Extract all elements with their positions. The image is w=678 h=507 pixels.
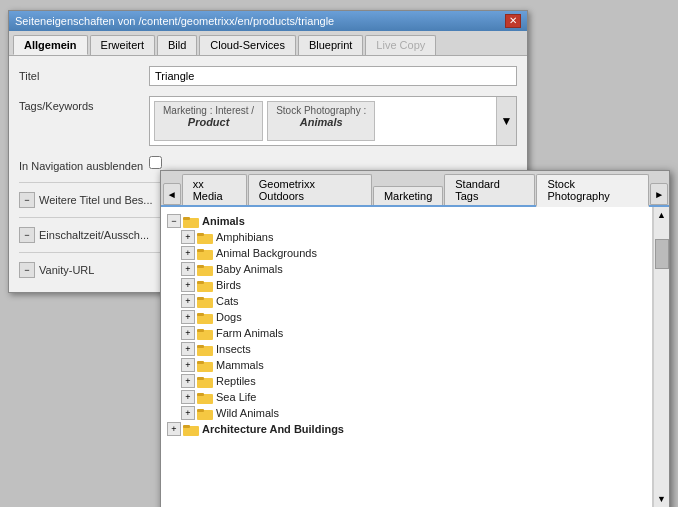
tree-label-animals: Animals <box>202 215 245 227</box>
tree-item-insects[interactable]: + Insects <box>165 341 648 357</box>
folder-icon-sea-life <box>197 391 213 404</box>
close-button[interactable]: ✕ <box>505 14 521 28</box>
svg-rect-19 <box>197 361 204 364</box>
tree-item-animal-backgrounds[interactable]: + Animal Backgrounds <box>165 245 648 261</box>
tab-live-copy: Live Copy <box>365 35 436 55</box>
tree-label-baby-animals: Baby Animals <box>216 263 283 275</box>
tree-item-animals[interactable]: − Animals <box>165 213 648 229</box>
picker-tab-stock-photography[interactable]: Stock Photography <box>536 174 649 207</box>
folder-icon-farm-animals <box>197 327 213 340</box>
tree-toggle-farm-animals[interactable]: + <box>181 326 195 340</box>
tab-bild[interactable]: Bild <box>157 35 197 55</box>
tree-item-amphibians[interactable]: + Amphibians <box>165 229 648 245</box>
svg-rect-17 <box>197 345 204 348</box>
tree-item-wild-animals[interactable]: + Wild Animals <box>165 405 648 421</box>
tree-item-baby-animals[interactable]: + Baby Animals <box>165 261 648 277</box>
tab-scroll-left[interactable]: ◄ <box>163 183 181 205</box>
tab-allgemein[interactable]: Allgemein <box>13 35 88 55</box>
title-input[interactable] <box>149 66 517 86</box>
picker-tab-marketing[interactable]: Marketing <box>373 186 443 205</box>
folder-icon-architecture <box>183 423 199 436</box>
tree-item-sea-life[interactable]: + Sea Life <box>165 389 648 405</box>
folder-icon-dogs <box>197 311 213 324</box>
svg-rect-21 <box>197 377 204 380</box>
tree-toggle-dogs[interactable]: + <box>181 310 195 324</box>
svg-rect-7 <box>197 265 204 268</box>
minus-icon: − <box>24 195 29 205</box>
tags-inner: Marketing : Interest / Product Stock Pho… <box>150 97 496 145</box>
picker-tab-geometrixx[interactable]: Geometrixx Outdoors <box>248 174 372 205</box>
minus-icon-3: − <box>24 265 29 275</box>
tags-container[interactable]: Marketing : Interest / Product Stock Pho… <box>149 96 517 146</box>
svg-rect-1 <box>183 217 190 220</box>
tree-item-birds[interactable]: + Birds <box>165 277 648 293</box>
tab-blueprint[interactable]: Blueprint <box>298 35 363 55</box>
tag-product-top: Marketing : Interest / <box>163 105 254 116</box>
tags-label: Tags/Keywords <box>19 96 149 112</box>
tree-toggle-sea-life[interactable]: + <box>181 390 195 404</box>
svg-rect-23 <box>197 393 204 396</box>
tree-toggle-insects[interactable]: + <box>181 342 195 356</box>
tree-toggle-wild-animals[interactable]: + <box>181 406 195 420</box>
folder-icon-amphibians <box>197 231 213 244</box>
title-label: Titel <box>19 66 149 82</box>
tree-item-dogs[interactable]: + Dogs <box>165 309 648 325</box>
picker-tree[interactable]: − Animals + Am <box>161 207 653 507</box>
tree-toggle-cats[interactable]: + <box>181 294 195 308</box>
folder-icon-animals <box>183 215 199 228</box>
svg-rect-9 <box>197 281 204 284</box>
tag-animals-top: Stock Photography : <box>276 105 366 116</box>
svg-rect-3 <box>197 233 204 236</box>
tree-item-farm-animals[interactable]: + Farm Animals <box>165 325 648 341</box>
tree-toggle-baby-animals[interactable]: + <box>181 262 195 276</box>
scroll-down-button[interactable]: ▼ <box>657 491 666 507</box>
tree-toggle-architecture[interactable]: + <box>167 422 181 436</box>
tree-toggle-mammals[interactable]: + <box>181 358 195 372</box>
svg-rect-5 <box>197 249 204 252</box>
picker-tab-standard-tags[interactable]: Standard Tags <box>444 174 535 205</box>
more-titles-toggle[interactable]: − <box>19 192 35 208</box>
nav-checkbox[interactable] <box>149 156 162 169</box>
tab-cloud-services[interactable]: Cloud-Services <box>199 35 296 55</box>
svg-rect-13 <box>197 313 204 316</box>
chevron-down-icon: ▼ <box>501 114 513 128</box>
tags-field-container: Marketing : Interest / Product Stock Pho… <box>149 96 517 146</box>
tree-label-wild-animals: Wild Animals <box>216 407 279 419</box>
tree-label-dogs: Dogs <box>216 311 242 323</box>
tree-label-birds: Birds <box>216 279 241 291</box>
tree-label-cats: Cats <box>216 295 239 307</box>
tree-toggle-birds[interactable]: + <box>181 278 195 292</box>
tree-item-reptiles[interactable]: + Reptiles <box>165 373 648 389</box>
tree-toggle-animal-backgrounds[interactable]: + <box>181 246 195 260</box>
tree-toggle-reptiles[interactable]: + <box>181 374 195 388</box>
tree-toggle-amphibians[interactable]: + <box>181 230 195 244</box>
tree-label-amphibians: Amphibians <box>216 231 273 243</box>
tree-label-mammals: Mammals <box>216 359 264 371</box>
tag-animals[interactable]: Stock Photography : Animals <box>267 101 375 141</box>
folder-icon-wild-animals <box>197 407 213 420</box>
scroll-up-button[interactable]: ▲ <box>657 207 666 223</box>
tab-erweitert[interactable]: Erweitert <box>90 35 155 55</box>
scroll-thumb[interactable] <box>655 239 669 269</box>
title-field-container <box>149 66 517 86</box>
tree-item-cats[interactable]: + Cats <box>165 293 648 309</box>
tree-label-reptiles: Reptiles <box>216 375 256 387</box>
tree-item-architecture[interactable]: + Architecture And Buildings <box>165 421 648 437</box>
folder-icon-mammals <box>197 359 213 372</box>
schedule-toggle[interactable]: − <box>19 227 35 243</box>
tags-dropdown-button[interactable]: ▼ <box>496 97 516 145</box>
tab-scroll-right[interactable]: ► <box>650 183 668 205</box>
folder-icon-cats <box>197 295 213 308</box>
tree-item-mammals[interactable]: + Mammals <box>165 357 648 373</box>
folder-icon-animal-backgrounds <box>197 247 213 260</box>
picker-scrollbar[interactable]: ▲ ▼ <box>653 207 669 507</box>
picker-tab-xx-media[interactable]: xx Media <box>182 174 247 205</box>
title-row: Titel <box>19 66 517 86</box>
tags-row: Tags/Keywords Marketing : Interest / Pro… <box>19 96 517 146</box>
svg-rect-11 <box>197 297 204 300</box>
tree-toggle-animals[interactable]: − <box>167 214 181 228</box>
vanity-toggle[interactable]: − <box>19 262 35 278</box>
minus-icon-2: − <box>24 230 29 240</box>
tag-product[interactable]: Marketing : Interest / Product <box>154 101 263 141</box>
vanity-label: Vanity-URL <box>39 264 94 276</box>
